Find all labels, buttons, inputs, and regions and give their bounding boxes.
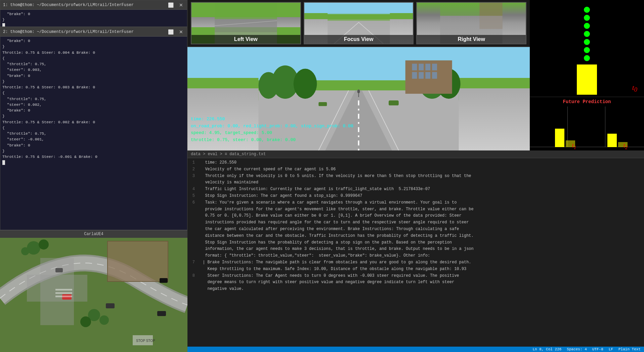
terminal-2-close[interactable]: ✕	[178, 29, 184, 35]
svg-rect-19	[55, 292, 72, 294]
t2-l21: Throttle: 0.75 & Steer: -0.001 & Brake: …	[2, 154, 185, 160]
editor-line-3b: velocity is maintained	[200, 179, 641, 186]
terminal-2-header: 2: thom@thom: ~/Documents/profwork/LLMtr…	[0, 27, 187, 37]
status-type: Plain Text	[618, 347, 641, 351]
t2-label-container: t2	[624, 142, 628, 150]
stat-time: time: 226.550	[191, 116, 353, 123]
sensor-dot-6	[584, 47, 590, 53]
svg-rect-22	[215, 19, 277, 32]
editor-content[interactable]: time: 226.550 Velocity of the current sp…	[198, 158, 644, 347]
carla-bar: CarlaUE4	[0, 230, 187, 238]
editor-body[interactable]: 1 2 3 4 5 6 7 8 time: 226.550 Veloci	[187, 158, 644, 347]
line-numbers: 1 2 3 4 5 6 7 8	[187, 158, 198, 347]
future-prediction-panel: Future Prediction t1 t2	[530, 97, 644, 150]
editor-line-3a: Throttle only if the velocity is 0 to 5 …	[200, 173, 641, 180]
t0-label: t0	[632, 83, 637, 93]
right-view-label: Right View	[417, 35, 526, 44]
t2-l12: "steer": 0.002,	[2, 102, 185, 107]
status-ln-col: Ln 8, Col 226	[533, 347, 562, 351]
map-svg: STOP STOP	[0, 238, 187, 352]
svg-rect-2	[27, 275, 87, 302]
editor-line-6f: distance between the car and the obstacl…	[200, 233, 641, 239]
svg-point-10	[21, 247, 29, 255]
editor-panel: data > eval > ≡ data_string.txt 1 2 3 4 …	[187, 150, 644, 352]
center-camera-panel: Left View Focus View Right View	[187, 0, 530, 150]
sensor-dot-7	[584, 55, 590, 61]
svg-rect-3	[108, 241, 168, 281]
t2-l1: "brake": 0	[2, 38, 185, 44]
editor-line-5: Stop Sign Instruction: The car agent fou…	[200, 193, 641, 200]
sensor-dot-4	[584, 31, 590, 37]
terminal-1-close[interactable]: ✕	[178, 2, 184, 8]
svg-rect-43	[412, 72, 417, 79]
terminal-2-maximize[interactable]: ⬜	[167, 29, 175, 35]
svg-rect-24	[328, 3, 390, 14]
svg-rect-39	[412, 64, 417, 71]
main-road-view: time: 226.550 on_road_prob: 0.00, red_li…	[187, 47, 530, 150]
svg-rect-14	[160, 278, 168, 283]
terminal-1-cursor-line	[2, 23, 185, 27]
t2-l5: "throttle": 0.75,	[2, 61, 185, 67]
editor-line-6d: instructions provided has required angle…	[200, 219, 641, 226]
carla-map: STOP STOP	[0, 238, 187, 352]
carla-label: CarlaUE4	[84, 232, 103, 236]
status-bar: Ln 8, Col 226 Spaces: 4 UTF-8 LF Plain T…	[187, 347, 644, 352]
svg-rect-25	[328, 14, 390, 21]
terminal-1-maximize[interactable]: ⬜	[167, 2, 175, 8]
editor-line-8a: Steer Instructions: The Car Agent needs …	[200, 273, 641, 279]
editor-line-8c: negative value.	[200, 286, 641, 293]
t2-l19: "brake": 0	[2, 142, 185, 148]
t2-l11: "throttle": 0.75,	[2, 96, 185, 102]
editor-line-8b: degree means to turn right with steer po…	[200, 279, 641, 286]
terminal-2-controls[interactable]: ⬜ ✕	[167, 29, 184, 35]
svg-rect-42	[432, 64, 437, 71]
svg-rect-40	[419, 64, 424, 71]
t2-l16: {	[2, 125, 185, 131]
stat-throttle: throttle: 0.75, steer: 0.00, brake: 0.00	[191, 137, 353, 144]
sensor-dot-3	[584, 23, 590, 29]
t2-l3: Throttle: 0.75 & Steer: 0.004 & Brake: 0	[2, 50, 185, 55]
terminal-1-controls[interactable]: ⬜ ✕	[167, 2, 184, 8]
t2-l8: }	[2, 79, 185, 84]
t2-bar-1	[607, 134, 617, 147]
t2-cursor	[2, 160, 185, 165]
sensor-display: t0	[530, 0, 644, 97]
prediction-bars-area: t1 t2	[530, 106, 644, 150]
svg-rect-18	[55, 289, 72, 291]
sensor-dots-container	[584, 7, 590, 61]
terminal-2-body: "brake": 0 } Throttle: 0.75 & Steer: 0.0…	[0, 37, 187, 230]
t2-l4: {	[2, 55, 185, 61]
svg-rect-45	[425, 72, 430, 79]
right-view-thumb[interactable]: Right View	[416, 2, 526, 44]
editor-line-1: time: 226.550	[200, 160, 641, 166]
t2-l20: }	[2, 148, 185, 154]
editor-breadcrumb: data > eval > ≡ data_string.txt	[187, 150, 644, 158]
camera-thumbnails-row: Left View Focus View Right View	[187, 0, 530, 47]
status-encoding: UTF-8	[592, 347, 603, 351]
sensor-yellow-bar	[577, 64, 597, 95]
svg-point-7	[80, 316, 91, 327]
focus-view-label: Focus View	[304, 35, 413, 44]
editor-line-6b: provide instructions for the car agent's…	[200, 206, 641, 213]
t2-label: t2	[624, 142, 628, 149]
left-view-thumb[interactable]: Left View	[191, 2, 301, 44]
svg-rect-20	[55, 296, 72, 297]
terminal-1: 1: thom@thom: ~/Documents/profwork/LLMtr…	[0, 0, 187, 27]
svg-rect-46	[432, 72, 437, 79]
svg-rect-44	[419, 72, 424, 79]
terminal-2-title: 2: thom@thom: ~/Documents/profwork/LLMtr…	[3, 30, 134, 34]
left-view-label: Left View	[191, 35, 300, 44]
editor-line-6h: information, the car agent needs to make…	[200, 246, 641, 253]
future-prediction-title: Future Prediction	[530, 97, 644, 106]
focus-view-thumb[interactable]: Focus View	[304, 2, 414, 44]
editor-line-6a: Task: You're given a scenario where a ca…	[200, 200, 641, 206]
t2-l2: }	[2, 44, 185, 49]
editor-line-6g: Stop Sign Instruction has the probablity…	[200, 239, 641, 246]
pred-vline-2	[605, 106, 605, 147]
terminal-2: 2: thom@thom: ~/Documents/profwork/LLMtr…	[0, 27, 187, 230]
status-line-ending: LF	[609, 347, 613, 351]
svg-rect-50	[318, 102, 327, 106]
t2-l10: {	[2, 90, 185, 96]
svg-point-35	[258, 72, 278, 99]
t2-l18: "steer": -0.001,	[2, 136, 185, 142]
